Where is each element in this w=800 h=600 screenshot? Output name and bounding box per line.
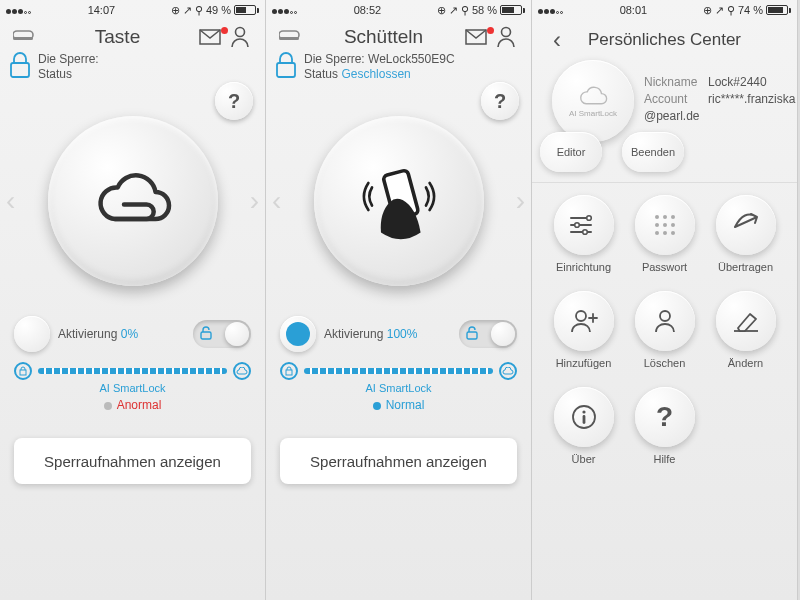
- svg-point-21: [655, 223, 659, 227]
- status-time: 08:52: [354, 4, 382, 16]
- svg-rect-5: [201, 332, 211, 339]
- settings-icon: [569, 213, 599, 237]
- svg-point-3: [236, 28, 245, 37]
- connection-status: Normal: [280, 398, 517, 412]
- next-arrow-icon[interactable]: ›: [250, 185, 259, 217]
- bar-cloud-icon: [499, 362, 517, 380]
- main-dial-button[interactable]: [314, 116, 484, 286]
- show-records-button[interactable]: Sperraufnahmen anzeigen: [280, 438, 517, 484]
- grid-einrichtung[interactable]: Einrichtung: [546, 195, 621, 273]
- avatar-caption: AI SmartLock: [569, 109, 617, 118]
- next-arrow-icon[interactable]: ›: [516, 185, 525, 217]
- show-records-button[interactable]: Sperraufnahmen anzeigen: [14, 438, 251, 484]
- logout-button[interactable]: Beenden: [622, 132, 684, 172]
- svg-point-30: [582, 410, 585, 413]
- connection-bar: AI SmartLock Anormal: [0, 352, 265, 414]
- help-icon: ?: [656, 401, 673, 433]
- svg-point-15: [586, 216, 591, 221]
- grid-hilfe[interactable]: ? Hilfe: [627, 387, 702, 465]
- status-bar: 08:52 ⊕ ↗ ⚲ 58 %: [266, 0, 531, 20]
- grid-aendern[interactable]: Ändern: [708, 291, 783, 369]
- bar-lock-icon: [14, 362, 32, 380]
- status-bar: 08:01 ⊕ ↗ ⚲ 74 %: [532, 0, 797, 20]
- lock-status-key: Status: [38, 67, 72, 81]
- status-time: 08:01: [620, 4, 648, 16]
- mail-icon[interactable]: [195, 29, 225, 45]
- status-time: 14:07: [88, 4, 116, 16]
- signal-icon: [538, 4, 564, 16]
- activation-row: Aktivierung 0%: [0, 316, 265, 352]
- main-dial-button[interactable]: [48, 116, 218, 286]
- svg-rect-6: [20, 370, 26, 375]
- battery-icon: [234, 5, 259, 15]
- svg-point-24: [655, 231, 659, 235]
- prev-arrow-icon[interactable]: ‹: [272, 185, 281, 217]
- lock-icon: [8, 50, 32, 84]
- header: Schütteln: [266, 20, 531, 50]
- share-icon: [731, 213, 761, 237]
- bar-label: AI SmartLock: [14, 382, 251, 394]
- password-icon: [652, 212, 678, 238]
- svg-point-20: [671, 215, 675, 219]
- svg-point-19: [663, 215, 667, 219]
- svg-rect-31: [582, 415, 585, 424]
- battery-icon: [766, 5, 791, 15]
- eraser-icon: [732, 310, 760, 332]
- menu-icon[interactable]: [276, 28, 306, 46]
- bar-lock-icon: [280, 362, 298, 380]
- svg-point-16: [574, 223, 579, 228]
- lock-open-icon: [466, 326, 478, 343]
- svg-rect-4: [11, 63, 29, 77]
- svg-rect-8: [279, 37, 299, 40]
- activation-indicator[interactable]: [14, 316, 50, 352]
- profile-icon[interactable]: [225, 26, 255, 48]
- connection-status: Anormal: [14, 398, 251, 412]
- svg-point-17: [582, 230, 587, 235]
- lock-open-icon: [200, 326, 212, 343]
- grid-ueber[interactable]: Über: [546, 387, 621, 465]
- svg-point-27: [576, 311, 586, 321]
- grid-passwort[interactable]: Passwort: [627, 195, 702, 273]
- lock-name-val: WeLock550E9C: [368, 52, 455, 66]
- editor-button[interactable]: Editor: [540, 132, 602, 172]
- activation-indicator[interactable]: [280, 316, 316, 352]
- bar-label: AI SmartLock: [280, 382, 517, 394]
- connection-bar: AI SmartLock Normal: [266, 352, 531, 414]
- prev-arrow-icon[interactable]: ‹: [6, 185, 15, 217]
- cloud-icon: [576, 85, 610, 109]
- user-plus-icon: [569, 308, 599, 334]
- signal-icon: [272, 4, 298, 16]
- grid-hinzufuegen[interactable]: Hinzufügen: [546, 291, 621, 369]
- lock-name-key: Die Sperre:: [304, 52, 365, 66]
- lock-status-val: Geschlossen: [341, 67, 410, 81]
- svg-point-10: [502, 28, 511, 37]
- lock-status: Die Sperre: Status: [0, 50, 265, 86]
- svg-rect-14: [286, 370, 292, 375]
- svg-point-23: [671, 223, 675, 227]
- mail-icon[interactable]: [461, 29, 491, 45]
- back-button[interactable]: ‹: [542, 26, 572, 54]
- status-bar: 14:07 ⊕ ↗ ⚲ 49 %: [0, 0, 265, 20]
- lock-status: Die Sperre: WeLock550E9C Status Geschlos…: [266, 50, 531, 86]
- battery-pct: 49 %: [206, 4, 231, 16]
- status-icons: ⊕ ↗ ⚲: [703, 4, 735, 17]
- grid-uebertragen[interactable]: Übertragen: [708, 195, 783, 273]
- screen-personal-center: 08:01 ⊕ ↗ ⚲ 74 % ‹ Persönliches Center A…: [532, 0, 798, 600]
- lock-name-key: Die Sperre:: [38, 52, 99, 66]
- bar-cloud-icon: [233, 362, 251, 380]
- action-grid: Einrichtung Passwort Übertragen Hinzufüg…: [532, 195, 797, 465]
- grid-loeschen[interactable]: Löschen: [627, 291, 702, 369]
- lock-toggle[interactable]: [193, 320, 251, 348]
- page-title: Schütteln: [306, 26, 461, 48]
- lock-toggle[interactable]: [459, 320, 517, 348]
- menu-icon[interactable]: [10, 28, 40, 46]
- page-title: Persönliches Center: [572, 30, 757, 50]
- avatar[interactable]: AI SmartLock: [552, 60, 634, 142]
- svg-point-22: [663, 223, 667, 227]
- dial-zone: ‹ ›: [0, 86, 265, 316]
- profile-icon[interactable]: [491, 26, 521, 48]
- lock-icon: [274, 50, 298, 84]
- shake-icon: [354, 156, 444, 246]
- signal-icon: [6, 4, 32, 16]
- screen-taste: 14:07 ⊕ ↗ ⚲ 49 % Taste Die Sperre: Statu…: [0, 0, 266, 600]
